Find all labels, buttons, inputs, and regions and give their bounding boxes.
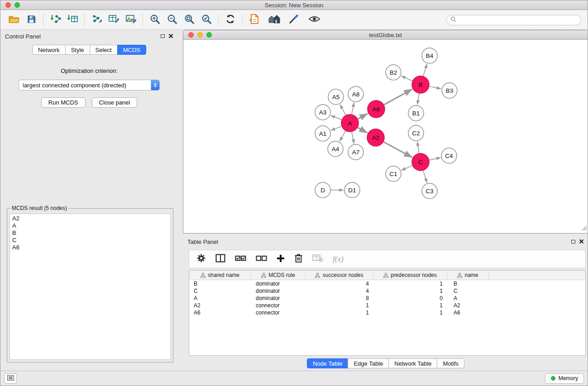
zoom-selected-button[interactable] [199, 13, 214, 27]
graph-edge[interactable] [430, 86, 441, 89]
close-window-button[interactable] [5, 2, 11, 8]
function-builder-button[interactable]: f(x) [333, 255, 344, 264]
network-window-titlebar[interactable]: testGlobe.txt [183, 30, 588, 40]
graph-edge[interactable] [352, 103, 354, 114]
graph-edge[interactable] [423, 64, 427, 76]
memory-button[interactable]: Memory [545, 373, 584, 384]
export-network-icon [91, 14, 102, 26]
toggle-panels-button[interactable] [4, 373, 17, 384]
column-header[interactable]: MCDS role [251, 271, 306, 280]
tab-mcds[interactable]: MCDS [117, 45, 146, 55]
column-header[interactable]: predecessor nodes [373, 271, 447, 280]
toolbar-separator [218, 14, 219, 26]
table-panel-title: Table Panel [187, 238, 218, 245]
select-all-columns-button[interactable] [235, 254, 246, 264]
graph-edge[interactable] [340, 105, 346, 115]
import-table-button[interactable] [65, 13, 80, 27]
graph-node-label: C2 [412, 130, 420, 137]
table-row[interactable]: Cdominator41C [189, 287, 585, 295]
table-row[interactable]: A6connector11A6 [189, 309, 585, 316]
graph-edge[interactable] [430, 157, 441, 160]
zoom-in-button[interactable] [148, 13, 162, 27]
export-table-button[interactable] [106, 13, 121, 27]
table-cell: 1 [306, 302, 373, 309]
tab-edge-table[interactable]: Edge Table [348, 358, 389, 368]
graph-edge[interactable] [384, 142, 412, 157]
table-row[interactable]: Adominator80A [189, 295, 585, 302]
graph-edge[interactable] [358, 128, 367, 133]
graph-edge[interactable] [401, 166, 412, 170]
add-column-button[interactable] [277, 254, 285, 264]
mcds-result-list[interactable]: A2ABCA6 [10, 214, 171, 360]
optimization-criterion-select[interactable]: largest connected component (directed) [19, 80, 160, 91]
table-settings-button[interactable] [196, 253, 206, 265]
tab-select[interactable]: Select [90, 45, 118, 55]
graph-edge[interactable] [352, 132, 354, 144]
close-panel-icon[interactable] [168, 32, 173, 40]
graph-edge[interactable] [423, 171, 427, 183]
result-item[interactable]: C [12, 237, 168, 244]
search-field[interactable] [446, 15, 581, 25]
graph-node-label: A7 [352, 149, 360, 156]
deselect-all-columns-button[interactable] [256, 254, 267, 264]
graph-edge[interactable] [331, 126, 342, 130]
result-item[interactable]: A [12, 222, 168, 229]
export-network-button[interactable] [89, 13, 104, 27]
column-header[interactable]: shared name [189, 271, 251, 280]
float-panel-icon[interactable] [571, 240, 575, 243]
network-graph[interactable]: B4B2BB3A5A8A6B1A3AC2A1A2A4A7C4CC1DD1C3 [183, 40, 588, 233]
zoom-network-button[interactable] [206, 32, 212, 38]
apply-layout-button[interactable] [223, 13, 238, 27]
import-network-button[interactable] [48, 13, 62, 27]
column-header[interactable]: successor nodes [306, 271, 373, 280]
tab-network-table[interactable]: Network Table [388, 358, 437, 368]
table-cell: A6 [189, 309, 251, 316]
table-row[interactable]: Bdominator41B [189, 280, 585, 287]
graph-node-label: C4 [445, 152, 453, 159]
graph-edge[interactable] [358, 114, 368, 119]
result-item[interactable]: B [12, 229, 168, 237]
graph-edge[interactable] [339, 131, 345, 141]
save-session-button[interactable] [24, 13, 38, 27]
close-panel-button[interactable]: Close panel [92, 97, 138, 108]
graph-edge[interactable] [331, 115, 342, 120]
search-input[interactable] [459, 17, 577, 24]
show-columns-button[interactable] [215, 254, 225, 264]
result-item[interactable]: A6 [12, 244, 168, 251]
close-network-button[interactable] [188, 32, 194, 38]
network-canvas[interactable]: B4B2BB3A5A8A6B1A3AC2A1A2A4A7C4CC1DD1C3 [183, 40, 588, 233]
zoom-out-button[interactable] [165, 13, 179, 27]
graph-node-label: B2 [390, 69, 397, 76]
open-session-button[interactable] [7, 13, 21, 27]
tab-node-table[interactable]: Node Table [307, 358, 349, 368]
graph-edge[interactable] [401, 76, 412, 81]
table-toolbar: f(x) [189, 250, 586, 268]
table-row[interactable]: A2connector11A2 [189, 302, 585, 309]
export-image-button[interactable] [124, 13, 138, 27]
zoom-fit-button[interactable] [182, 13, 196, 27]
graph-node-label: B1 [412, 110, 420, 117]
main-toolbar [0, 10, 588, 30]
delete-column-button[interactable] [294, 253, 303, 265]
column-header[interactable]: name [447, 271, 489, 280]
table-cell: 4 [306, 287, 373, 295]
table-cell: 1 [373, 302, 447, 309]
graph-edge[interactable] [384, 89, 412, 105]
close-panel-icon[interactable] [579, 238, 584, 246]
annotation-button[interactable] [287, 13, 301, 27]
show-graphics-button[interactable] [307, 13, 321, 27]
tab-motifs[interactable]: Motifs [437, 358, 464, 368]
home-button[interactable] [267, 13, 282, 27]
graph-edge[interactable] [417, 142, 419, 153]
tab-style[interactable]: Style [65, 45, 90, 55]
snapshot-button[interactable] [247, 13, 262, 27]
graph-edge[interactable] [417, 94, 419, 105]
run-mcds-button[interactable]: Run MCDS [41, 97, 86, 108]
float-panel-icon[interactable] [161, 34, 165, 38]
result-item[interactable]: A2 [12, 215, 168, 222]
delete-table-button[interactable] [312, 254, 323, 264]
minimize-network-button[interactable] [197, 32, 203, 38]
tab-network[interactable]: Network [32, 45, 66, 55]
resize-grip-icon[interactable] [581, 224, 587, 233]
zoom-window-button[interactable] [14, 2, 20, 8]
